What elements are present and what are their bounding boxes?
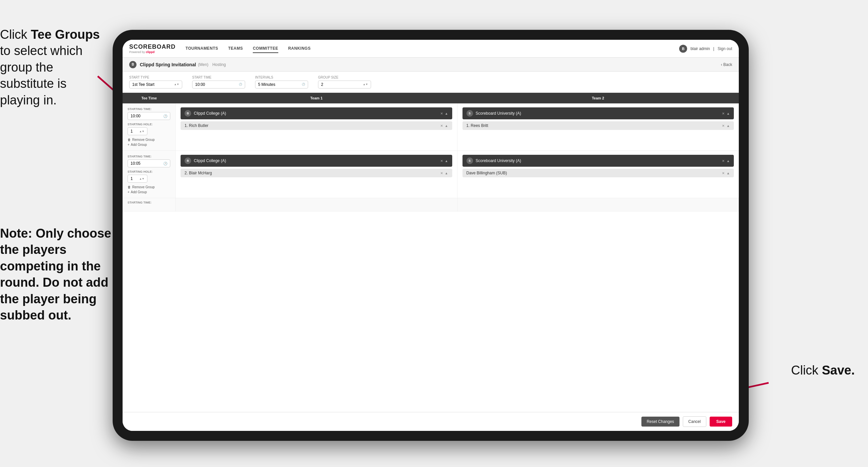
team1-x-group2[interactable]: ✕ [440,159,443,163]
player1-chev-team2-group1[interactable]: ▲ [726,124,730,127]
start-type-value: 1st Tee Start [132,82,154,87]
team1-col-group1: B Clippd College (A) ✕ ▲ 1. Rich Butler [176,104,458,150]
player1-x-group1[interactable]: ✕ [440,124,443,127]
group-size-label: Group Size [318,76,371,79]
team1-card-group2[interactable]: B Clippd College (A) ✕ ▲ [181,155,452,167]
reset-changes-button[interactable]: Reset Changes [641,417,680,427]
player1-x-group2[interactable]: ✕ [440,171,443,175]
team1-card-group1[interactable]: B Clippd College (A) ✕ ▲ [181,107,452,119]
trash-icon-2: 🗑 [128,185,131,189]
bottom-bar: Reset Changes Cancel Save [123,412,739,431]
intervals-label: Intervals [255,76,308,79]
plus-icon-1: + [128,143,129,146]
player1-chevron-group1[interactable]: ▲ [445,124,448,127]
team1-circle-group2: B [185,157,191,164]
player1-x-team2-group1[interactable]: ✕ [722,124,724,127]
start-type-input[interactable]: 1st Tee Start ▲▼ [129,81,182,88]
starting-time-label-1: STARTING TIME: [128,107,170,111]
team2-x-group1[interactable]: ✕ [722,112,724,115]
group-size-input[interactable]: 2 ▲▼ [318,81,371,88]
team2-x-group2[interactable]: ✕ [722,159,724,163]
hosting-badge: Hosting [212,62,226,67]
right-annotation-save: Click Save. [791,363,855,378]
team2-card-group1[interactable]: S Scoreboard University (A) ✕ ▲ [463,107,734,119]
group-row-3-partial: STARTING TIME: [123,198,739,211]
player1-team2-group2[interactable]: Dave Billingham (SUB) ✕ ▲ [463,169,734,177]
team1-col-group2: B Clippd College (A) ✕ ▲ 2. Blair McHarg [176,151,458,198]
logo-powered: Powered by clippd [129,50,176,54]
player1-team1-group2[interactable]: 2. Blair McHarg ✕ ▲ [181,169,452,177]
group-size-group: Group Size 2 ▲▼ [318,76,371,88]
intervals-input[interactable]: 5 Minutes 🕐 [255,81,308,88]
nav-separator: | [713,47,714,51]
logo-scoreboard: SCOREBOARD [129,43,176,50]
team2-circle-group2: S [466,157,473,164]
intervals-value: 5 Minutes [258,82,275,87]
starting-hole-input-2[interactable]: 1 ▲▼ [128,175,148,183]
starting-hole-input-1[interactable]: 1 ▲▼ [128,127,148,135]
starting-hole-label-1: STARTING HOLE: [128,123,170,126]
player1-chev-team2-group2[interactable]: ▲ [726,171,730,175]
team2-circle-group1: S [466,110,473,117]
clock-icon-1: 🕐 [163,114,167,118]
team2-name-group1: Scoreboard University (A) [476,111,521,116]
group-size-chevrons: ▲▼ [363,83,368,86]
trash-icon-1: 🗑 [128,138,131,142]
team1-x-group1[interactable]: ✕ [440,112,443,115]
nav-links: TOURNAMENTS TEAMS COMMITTEE RANKINGS [186,45,679,53]
start-time-value: 10:00 [195,82,205,87]
nav-teams[interactable]: TEAMS [228,45,243,53]
team1-chevron-group1[interactable]: ▲ [445,112,448,115]
user-avatar: B [679,45,687,53]
start-time-label: Start Time [192,76,245,79]
tablet-screen: SCOREBOARD Powered by clippd TOURNAMENTS… [123,40,739,431]
add-group-button-2[interactable]: + Add Group [128,190,170,194]
col-header-team2: Team 2 [457,93,739,104]
team1-name-group2: Clippd College (A) [194,158,226,163]
hole-chevrons-2: ▲▼ [139,177,145,180]
team2-chevron-group1[interactable]: ▲ [726,112,730,115]
start-time-group: Start Time 10:00 🕐 [192,76,245,88]
player1-team2-group1[interactable]: 1. Rees Britt ✕ ▲ [463,121,734,130]
player1-team1-group1[interactable]: 1. Rich Butler ✕ ▲ [181,121,452,130]
cancel-button[interactable]: Cancel [683,416,706,427]
sign-out-link[interactable]: Sign out [718,47,732,51]
player1-chev-group2[interactable]: ▲ [445,171,448,175]
team2-card-group2[interactable]: S Scoreboard University (A) ✕ ▲ [463,155,734,167]
start-time-clock-icon: 🕐 [239,83,242,86]
nav-rankings[interactable]: RANKINGS [288,45,311,53]
settings-row: Start Type 1st Tee Start ▲▼ Start Time 1… [123,71,739,93]
breadcrumb-bar: B Clippd Spring Invitational (Men) Hosti… [123,58,739,71]
team1-circle-group1: B [185,110,191,117]
content-area: STARTING TIME: 10:00 🕐 STARTING HOLE: 1 … [123,104,739,412]
team2-col-group2: S Scoreboard University (A) ✕ ▲ Dave Bil… [458,151,739,198]
navbar: SCOREBOARD Powered by clippd TOURNAMENTS… [123,40,739,58]
group-size-value: 2 [321,82,323,87]
start-type-label: Start Type [129,76,182,79]
nav-tournaments[interactable]: TOURNAMENTS [186,45,218,53]
back-button[interactable]: ‹ Back [721,62,732,67]
remove-group-button-2[interactable]: 🗑 Remove Group [128,185,170,189]
remove-group-button-1[interactable]: 🗑 Remove Group [128,138,170,142]
starting-hole-label-2: STARTING HOLE: [128,170,170,173]
starting-time-input-1[interactable]: 10:00 🕐 [128,112,170,120]
team2-chevron-group2[interactable]: ▲ [726,159,730,163]
start-type-chevrons: ▲▼ [174,83,179,86]
start-time-input[interactable]: 10:00 🕐 [192,81,245,88]
breadcrumb-icon: B [129,61,136,68]
left-annotation-note: Note: Only choose the players competing … [0,225,113,323]
partial-label: STARTING TIME: [128,201,170,204]
team1-name-group1: Clippd College (A) [194,111,226,116]
starting-time-input-2[interactable]: 10:05 🕐 [128,159,170,167]
col-header-team1: Team 1 [176,93,457,104]
player1-x-team2-group2[interactable]: ✕ [722,171,724,175]
save-button[interactable]: Save [710,417,732,427]
start-type-group: Start Type 1st Tee Start ▲▼ [129,76,182,88]
nav-committee[interactable]: COMMITTEE [253,45,278,53]
username: blair admin [690,47,710,51]
add-group-button-1[interactable]: + Add Group [128,143,170,146]
intervals-group: Intervals 5 Minutes 🕐 [255,76,308,88]
team1-chevron-group2[interactable]: ▲ [445,159,448,163]
breadcrumb-title: Clippd Spring Invitational [140,62,196,67]
breadcrumb-gender: (Men) [198,62,208,67]
